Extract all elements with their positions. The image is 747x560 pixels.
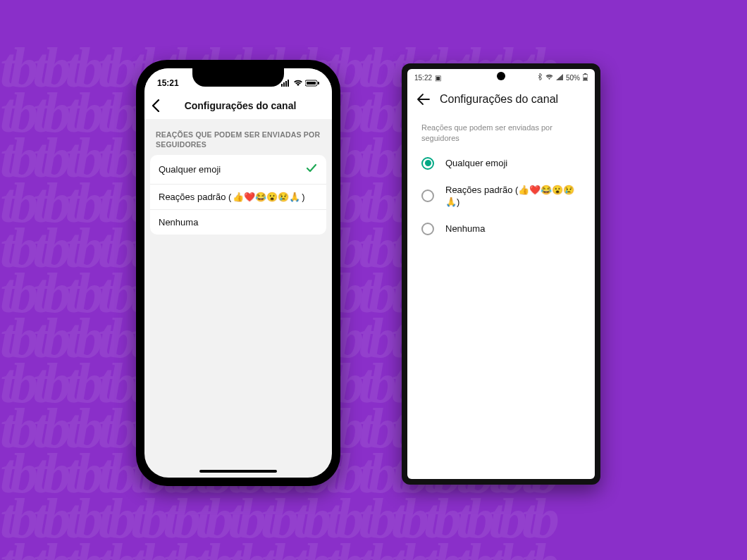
android-header: Configurações do canal <box>407 85 595 116</box>
page-title: Configurações do canal <box>156 100 325 111</box>
home-indicator[interactable] <box>199 470 277 473</box>
option-default-reactions[interactable]: Reações padrão ( 👍❤️😂😮😢🙏 ) <box>150 184 326 209</box>
checkmark-icon <box>305 162 318 177</box>
svg-rect-2 <box>285 81 287 87</box>
ios-status-time: 15:21 <box>157 78 179 88</box>
android-screen: 15:22 ▣ 50% <box>407 69 595 479</box>
ios-options-list: Qualquer emoji Reações padrão ( 👍❤️😂😮😢🙏 … <box>150 155 326 235</box>
back-button[interactable] <box>417 94 430 105</box>
option-label: Qualquer emoji <box>445 158 507 168</box>
battery-icon <box>305 80 319 87</box>
option-none[interactable]: Nenhuma <box>407 216 595 242</box>
ios-header: Configurações do canal <box>144 94 332 120</box>
radio-unselected-icon <box>421 223 434 235</box>
option-label: Nenhuma <box>445 223 485 234</box>
option-none[interactable]: Nenhuma <box>150 209 326 235</box>
punch-hole-camera <box>497 72 505 80</box>
svg-rect-5 <box>307 82 316 85</box>
radio-unselected-icon <box>421 189 434 202</box>
android-status-time: 15:22 <box>414 74 432 82</box>
option-label-after: ) <box>457 197 459 207</box>
android-frame: 15:22 ▣ 50% <box>402 63 600 485</box>
svg-rect-1 <box>283 82 285 87</box>
option-label: Reações padrão ( <box>445 185 518 195</box>
signal-icon <box>281 80 291 87</box>
iphone-notch <box>192 68 284 87</box>
battery-text: 50% <box>566 74 580 82</box>
wifi-icon <box>545 74 553 82</box>
signal-icon <box>556 74 563 82</box>
iphone-frame: 15:21 Configurações do canal REAÇÕES QUE… <box>136 60 340 486</box>
svg-rect-6 <box>318 82 319 85</box>
notification-icon: ▣ <box>435 74 441 82</box>
option-any-emoji[interactable]: Qualquer emoji <box>407 150 595 177</box>
option-label: Nenhuma <box>159 217 198 228</box>
svg-rect-0 <box>281 84 283 87</box>
svg-rect-3 <box>288 80 289 87</box>
section-header: REAÇÕES QUE PODEM SER ENVIADAS POR SEGUI… <box>144 120 332 155</box>
section-header: Reações que podem ser enviadas por segui… <box>407 116 595 150</box>
option-label: Qualquer emoji <box>159 164 221 175</box>
option-default-reactions[interactable]: Reações padrão (👍❤️😂😮😢🙏) <box>407 177 595 216</box>
option-any-emoji[interactable]: Qualquer emoji <box>150 155 326 184</box>
battery-icon <box>583 73 588 82</box>
svg-rect-9 <box>584 77 587 80</box>
page-title: Configurações do canal <box>440 93 558 106</box>
iphone-screen: 15:21 Configurações do canal REAÇÕES QUE… <box>144 68 332 478</box>
option-label: Reações padrão ( <box>159 192 231 202</box>
bluetooth-icon <box>538 73 543 82</box>
option-label-after: ) <box>302 192 304 202</box>
option-emojis: 👍❤️😂😮😢🙏 <box>233 192 300 202</box>
wifi-icon <box>293 80 303 87</box>
background-pattern: tbtbtbtbtbtbtbtbtbtbtbtbtbtbtbtbtb tbtbt… <box>0 0 747 560</box>
radio-selected-icon <box>421 157 434 170</box>
